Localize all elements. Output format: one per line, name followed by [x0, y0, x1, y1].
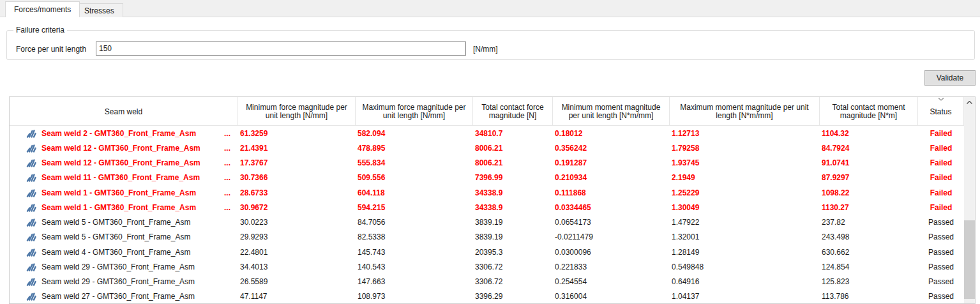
column-header-label: Seam weld	[105, 108, 142, 116]
table-row[interactable]: Seam weld 12 - GMT360_Front_Frame_Asm...…	[10, 141, 975, 155]
status-badge: Failed	[918, 144, 964, 153]
column-header-label: Status	[930, 108, 951, 116]
table-row[interactable]: Seam weld 4 - GMT360_Front_Frame_Asm22.4…	[10, 245, 975, 259]
truncation-ellipsis: ...	[224, 203, 238, 212]
cell-total-force: 3306.72	[473, 262, 553, 271]
cell-total-force: 3839.19	[473, 218, 553, 227]
scrollbar-thumb[interactable]	[964, 220, 975, 299]
column-header-max-moment[interactable]: Maximum moment magnitude per unit length…	[670, 97, 820, 125]
cell-max-moment: 1.93745	[670, 158, 820, 167]
cell-total-moment: 84.7924	[820, 144, 918, 153]
cell-total-force: 8006.21	[473, 158, 553, 167]
cell-max-moment: 1.04137	[670, 292, 820, 301]
cell-min-moment: 0.111868	[553, 188, 670, 197]
table-row[interactable]: Seam weld 29 - GMT360_Front_Frame_Asm34.…	[10, 259, 975, 274]
cell-min-force: 30.7366	[238, 173, 356, 182]
cell-total-force: 8006.21	[473, 144, 553, 153]
table-row[interactable]: Seam weld 11 - GMT360_Front_Frame_Asm...…	[10, 171, 975, 185]
seam-weld-icon	[26, 203, 37, 212]
column-header-label: Maximum moment magnitude per unit length…	[674, 103, 815, 120]
seam-weld-name: Seam weld 12 - GMT360_Front_Frame_Asm	[41, 144, 200, 153]
cell-min-force: 29.9293	[238, 232, 356, 241]
status-badge: Passed	[918, 262, 964, 271]
cell-min-moment: 0.0654173	[553, 218, 670, 227]
table-header-row: Seam weldMinimum force magnitude per uni…	[10, 97, 975, 126]
cell-total-moment: 237.82	[820, 218, 918, 227]
table-row[interactable]: Seam weld 29 - GMT360_Front_Frame_Asm26.…	[10, 275, 975, 289]
table-row[interactable]: Seam weld 5 - GMT360_Front_Frame_Asm29.9…	[10, 230, 975, 245]
cell-total-moment: 124.854	[820, 262, 918, 271]
force-per-unit-length-input[interactable]	[96, 42, 466, 56]
tab-stresses-label: Stresses	[84, 6, 114, 15]
column-header-max-force[interactable]: Maximum force magnitude per unit length …	[356, 97, 473, 125]
cell-max-force: 594.215	[356, 203, 473, 212]
cell-total-moment: 1104.32	[820, 129, 918, 138]
cell-min-moment: 0.210934	[553, 173, 670, 182]
cell-total-force: 3396.29	[473, 292, 553, 301]
validate-button[interactable]: Validate	[924, 70, 976, 86]
cell-max-force: 82.5338	[356, 232, 473, 241]
cell-seam-weld-name: Seam weld 29 - GMT360_Front_Frame_Asm	[10, 277, 238, 286]
seam-weld-icon	[26, 144, 37, 153]
seam-weld-icon	[26, 173, 37, 182]
cell-min-force: 28.6733	[238, 188, 356, 197]
tab-forces-moments[interactable]: Forces/moments	[5, 1, 80, 17]
column-header-min-force[interactable]: Minimum force magnitude per unit length …	[238, 97, 356, 125]
cell-seam-weld-name: Seam weld 29 - GMT360_Front_Frame_Asm	[10, 262, 238, 271]
seam-weld-icon	[26, 158, 37, 167]
cell-total-moment: 113.786	[820, 292, 918, 301]
seam-weld-name: Seam weld 11 - GMT360_Front_Frame_Asm	[41, 173, 200, 182]
table-row[interactable]: Seam weld 5 - GMT360_Front_Frame_Asm30.0…	[10, 215, 975, 230]
seam-weld-icon	[26, 292, 37, 301]
cell-min-force: 17.3767	[238, 158, 356, 167]
column-header-min-moment[interactable]: Minimum moment magnitude per unit length…	[553, 97, 670, 125]
cell-total-force: 7396.99	[473, 173, 553, 182]
seam-weld-name: Seam weld 5 - GMT360_Front_Frame_Asm	[41, 218, 190, 227]
column-header-status[interactable]: Status	[918, 97, 964, 125]
cell-min-force: 47.1147	[238, 292, 356, 301]
cell-min-moment: -0.0211479	[553, 232, 670, 241]
column-header-total-moment[interactable]: Total contact moment magnitude [N*m]	[820, 97, 918, 125]
seam-weld-icon	[26, 262, 37, 271]
column-header-label: Total contact force magnitude [N]	[477, 103, 548, 120]
table-row[interactable]: Seam weld 2 - GMT360_Front_Frame_Asm...6…	[10, 126, 975, 141]
table-row[interactable]: Seam weld 27 - GMT360_Front_Frame_Asm47.…	[10, 289, 975, 304]
table-row[interactable]: Seam weld 12 - GMT360_Front_Frame_Asm...…	[10, 156, 975, 171]
tab-stresses[interactable]: Stresses	[75, 3, 123, 17]
cell-total-moment: 125.823	[820, 277, 918, 286]
cell-min-force: 34.4013	[238, 262, 356, 271]
cell-total-force: 3839.19	[473, 232, 553, 241]
truncation-ellipsis: ...	[224, 158, 238, 167]
cell-total-force: 20395.3	[473, 248, 553, 257]
cell-max-moment: 0.64916	[670, 277, 820, 286]
table-row[interactable]: Seam weld 1 - GMT360_Front_Frame_Asm...2…	[10, 185, 975, 200]
cell-max-force: 509.556	[356, 173, 473, 182]
cell-min-force: 26.5589	[238, 277, 356, 286]
status-badge: Passed	[918, 248, 964, 257]
cell-total-force: 34338.9	[473, 203, 553, 212]
table-body: Seam weld 2 - GMT360_Front_Frame_Asm...6…	[10, 126, 975, 304]
truncation-ellipsis: ...	[224, 188, 238, 197]
cell-min-moment: 0.221833	[553, 262, 670, 271]
tab-page-forces-moments: Failure criteria Force per unit length […	[0, 17, 980, 304]
cell-max-moment: 2.1949	[670, 173, 820, 182]
status-badge: Passed	[918, 277, 964, 286]
cell-min-force: 22.4801	[238, 248, 356, 257]
seam-weld-name: Seam weld 4 - GMT360_Front_Frame_Asm	[41, 248, 190, 257]
column-header-total-force[interactable]: Total contact force magnitude [N]	[473, 97, 553, 125]
cell-seam-weld-name: Seam weld 5 - GMT360_Front_Frame_Asm	[10, 218, 238, 227]
cell-max-moment: 1.32001	[670, 232, 820, 241]
table-row[interactable]: Seam weld 1 - GMT360_Front_Frame_Asm...3…	[10, 200, 975, 215]
seam-weld-icon	[26, 232, 37, 241]
cell-total-moment: 1098.22	[820, 188, 918, 197]
vertical-scrollbar[interactable]	[964, 97, 975, 303]
status-badge: Failed	[918, 158, 964, 167]
column-header-seam-weld[interactable]: Seam weld	[10, 97, 238, 125]
weld-results-panel: Forces/moments Stresses Failure criteria…	[0, 0, 980, 304]
truncation-ellipsis: ...	[224, 173, 238, 182]
seam-weld-name: Seam weld 12 - GMT360_Front_Frame_Asm	[41, 158, 200, 167]
scroll-up-button[interactable]	[964, 97, 975, 108]
seam-weld-name: Seam weld 5 - GMT360_Front_Frame_Asm	[41, 232, 190, 241]
cell-seam-weld-name: Seam weld 12 - GMT360_Front_Frame_Asm...	[10, 144, 238, 153]
seam-weld-name: Seam weld 29 - GMT360_Front_Frame_Asm	[41, 262, 195, 271]
